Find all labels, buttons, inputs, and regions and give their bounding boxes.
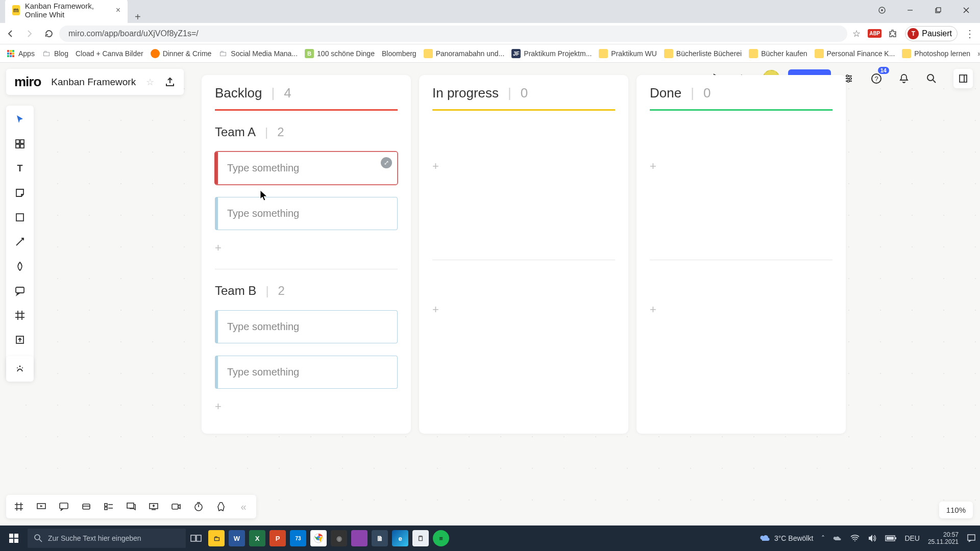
tray-language[interactable]: DEU xyxy=(904,534,920,542)
add-card-button[interactable]: + xyxy=(432,303,615,316)
frames-tool-icon[interactable] xyxy=(10,498,28,515)
tray-overflow-icon[interactable]: ˄ xyxy=(821,534,825,542)
bookmark-item[interactable]: Dinner & Crime xyxy=(151,49,212,58)
taskbar-app-chrome[interactable] xyxy=(308,528,329,548)
sticky-note-tool-icon[interactable] xyxy=(11,184,29,202)
taskbar-app-powerpoint[interactable]: P xyxy=(267,528,288,548)
tab-close-icon[interactable]: × xyxy=(116,6,120,15)
taskbar-app-excel[interactable]: X xyxy=(247,528,267,548)
bookmark-item[interactable]: 🗀Social Media Mana... xyxy=(218,49,298,58)
add-card-button[interactable]: + xyxy=(650,160,832,173)
notifications-icon[interactable] xyxy=(894,69,914,88)
new-tab-button[interactable]: + xyxy=(128,11,148,23)
taskbar-app-notepad[interactable]: 🗒 xyxy=(410,528,431,548)
minimize-button[interactable] xyxy=(896,0,924,20)
taskbar-app-obs[interactable]: ◉ xyxy=(329,528,349,548)
kanban-card[interactable]: Type something xyxy=(215,197,398,230)
comments-panel-icon[interactable] xyxy=(55,498,72,515)
search-icon[interactable] xyxy=(922,69,941,88)
tray-volume-icon[interactable] xyxy=(868,534,877,542)
bookmark-item[interactable]: B100 schöne Dinge xyxy=(305,49,375,58)
bookmark-item[interactable]: Bücherliste Bücherei xyxy=(664,49,742,58)
bookmark-item[interactable]: Photoshop lernen xyxy=(902,49,970,58)
taskbar-app-misc1[interactable] xyxy=(349,528,370,548)
bookmark-item[interactable]: Bloomberg xyxy=(382,49,416,58)
miro-logo[interactable]: miro xyxy=(14,74,41,90)
bookmark-item[interactable]: Personal Finance K... xyxy=(815,49,895,58)
reload-button[interactable] xyxy=(44,29,54,39)
bookmark-item[interactable]: Bücher kaufen xyxy=(749,49,807,58)
presentation-tool-icon[interactable] xyxy=(33,498,50,515)
taskbar-app-spotify[interactable]: ≡ xyxy=(431,528,451,548)
voting-tool-icon[interactable] xyxy=(212,498,230,515)
task-view-icon[interactable] xyxy=(186,528,206,548)
card-panel-icon[interactable] xyxy=(78,498,95,515)
bookmark-star-icon[interactable]: ☆ xyxy=(852,28,861,39)
text-tool-icon[interactable]: T xyxy=(11,160,29,177)
tray-battery-icon[interactable] xyxy=(885,535,896,541)
help-icon[interactable]: ? 14 xyxy=(867,69,886,88)
bookmark-overflow-icon[interactable]: » xyxy=(977,49,980,58)
add-card-button[interactable]: + xyxy=(215,400,398,413)
taskbar-app-edge[interactable]: e xyxy=(390,528,410,548)
add-card-button[interactable]: + xyxy=(650,303,832,316)
profile-badge[interactable]: T Pausiert xyxy=(905,26,958,41)
frame-tool-icon[interactable] xyxy=(11,307,29,324)
taskbar-app-explorer[interactable]: 🗀 xyxy=(206,528,227,548)
board-title[interactable]: Kanban Framework xyxy=(51,77,136,88)
taskbar-app-calendar[interactable]: 73 xyxy=(288,528,308,548)
chrome-menu-icon[interactable]: ⋮ xyxy=(965,28,975,40)
abp-extension-icon[interactable]: ABP xyxy=(868,29,881,38)
tray-date[interactable]: 25.11.2021 xyxy=(928,538,959,545)
bookmark-apps[interactable]: Apps xyxy=(6,49,35,58)
timer-tool-icon[interactable] xyxy=(190,498,207,515)
activity-tool-icon[interactable] xyxy=(100,498,117,515)
pen-tool-icon[interactable] xyxy=(11,258,29,275)
kanban-column-backlog[interactable]: Backlog | 4 Team A | 2 Type something ⤢ … xyxy=(202,75,411,434)
screen-share-tool-icon[interactable] xyxy=(145,498,162,515)
bookmark-item[interactable]: JFPraktikum Projektm... xyxy=(511,49,592,58)
kanban-column-done[interactable]: Done | 0 + + xyxy=(636,75,846,434)
taskbar-app-misc2[interactable]: 🗎 xyxy=(370,528,390,548)
select-tool-icon[interactable] xyxy=(11,111,29,128)
kanban-card[interactable]: Type something xyxy=(215,356,398,389)
chrome-badge-icon[interactable] xyxy=(868,0,896,20)
kanban-column-inprogress[interactable]: In progress | 0 + + xyxy=(419,75,628,434)
export-icon[interactable] xyxy=(164,77,176,88)
chat-tool-icon[interactable] xyxy=(122,498,140,515)
tray-network-icon[interactable] xyxy=(850,535,860,542)
magic-tool-icon[interactable] xyxy=(11,360,29,378)
video-tool-icon[interactable] xyxy=(167,498,185,515)
bookmark-item[interactable]: Praktikum WU xyxy=(599,49,656,58)
close-window-button[interactable] xyxy=(952,0,980,20)
connection-line-tool-icon[interactable] xyxy=(11,233,29,251)
tray-onedrive-icon[interactable] xyxy=(833,535,842,542)
maximize-button[interactable] xyxy=(924,0,952,20)
add-card-button[interactable]: + xyxy=(432,160,615,173)
browser-tab[interactable]: m Kanban Framework, Online Whit × xyxy=(5,0,128,23)
extensions-icon[interactable] xyxy=(889,29,898,38)
expand-card-icon[interactable]: ⤢ xyxy=(381,157,392,168)
taskbar-app-word[interactable]: W xyxy=(227,528,247,548)
bookmark-item[interactable]: 🗀Blog xyxy=(42,49,68,58)
address-bar[interactable]: miro.com/app/board/uXjVOf8yZ1s=/ xyxy=(59,26,847,42)
comment-tool-icon[interactable] xyxy=(11,282,29,299)
shape-tool-icon[interactable] xyxy=(11,209,29,226)
templates-tool-icon[interactable] xyxy=(11,135,29,153)
favorite-star-icon[interactable]: ☆ xyxy=(146,77,154,88)
kanban-card[interactable]: Type something xyxy=(215,310,398,343)
collapse-toolbar-icon[interactable]: « xyxy=(235,498,252,515)
taskbar-search[interactable]: Zur Suche Text hier eingeben xyxy=(28,529,186,548)
zoom-level[interactable]: 110% xyxy=(939,502,973,518)
upload-tool-icon[interactable] xyxy=(11,331,29,348)
back-button[interactable] xyxy=(5,29,15,39)
tray-notifications-icon[interactable] xyxy=(967,534,976,543)
bookmark-item[interactable]: Cload + Canva Bilder xyxy=(76,49,143,58)
weather-widget[interactable]: 3°C Bewölkt xyxy=(759,533,813,544)
bookmark-item[interactable]: Panoramabahn und... xyxy=(424,49,505,58)
start-button[interactable] xyxy=(0,533,28,543)
toggle-panel-icon[interactable] xyxy=(953,69,973,88)
add-card-button[interactable]: + xyxy=(215,241,398,255)
kanban-card[interactable]: Type something ⤢ xyxy=(215,152,398,185)
tray-time[interactable]: 20:57 xyxy=(943,531,959,538)
